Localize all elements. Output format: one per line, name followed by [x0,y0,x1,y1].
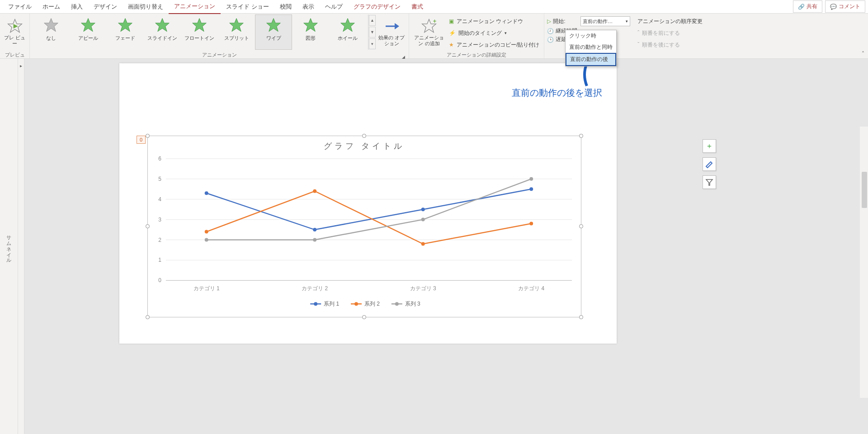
tab-file[interactable]: ファイル [3,0,37,14]
move-earlier-button[interactable]: ˆ順番を前にする [636,28,704,38]
svg-text:系列 1: 系列 1 [324,301,339,307]
clock-icon: 🕘 [547,28,554,34]
animation-painter-button[interactable]: ★アニメーションのコピー/貼り付け [447,40,541,50]
dropdown-item-after-previous[interactable]: 直前の動作の後 [566,53,616,66]
anim-item-1[interactable]: アピール [70,14,107,50]
svg-point-39 [205,230,208,234]
gallery-more-button[interactable]: ▾ [369,38,376,49]
thumbnail-expand-button[interactable]: ▸ [18,59,24,434]
preview-button[interactable]: プレ ビュー [3,14,27,51]
slide: 0 グラフ タイトル 0123456カテゴリ 1カテゴリ 2カテゴリ 3カテゴリ… [119,63,617,344]
anim-item-5[interactable]: スプリット [218,14,255,50]
gallery-up-button[interactable]: ▲ [369,15,376,26]
collapse-ribbon-button[interactable]: ˄ [862,51,864,57]
anim-item-3[interactable]: スライドイン [144,14,181,50]
star-icon [80,18,96,33]
comment-button[interactable]: 💬コメント [825,0,865,13]
anim-item-2[interactable]: フェード [107,14,144,50]
svg-text:カテゴリ 2: カテゴリ 2 [302,285,328,292]
trigger-button[interactable]: ⚡開始のタイミング▾ [447,28,541,38]
effect-options-button[interactable]: 効果の オプション [377,14,406,51]
ribbon-tabs: ファイル ホーム 挿入 デザイン 画面切り替え アニメーション スライド ショー… [0,0,868,14]
share-button[interactable]: 🔗共有 [793,0,822,13]
gallery-down-button[interactable]: ▼ [369,27,376,38]
tab-insert[interactable]: 挿入 [66,0,88,14]
reorder-label: アニメーションの順序変更 [636,16,704,26]
ribbon: プレ ビュー プレビュー なしアピールフェードスライドインフロートインスプリット… [0,14,868,59]
start-dropdown[interactable]: 直前の動作…▾ [580,16,630,26]
add-animation-button[interactable]: + アニメーション の追加 [412,14,446,51]
svg-marker-1 [13,24,18,28]
star-icon [266,18,281,33]
svg-point-48 [314,302,317,306]
play-icon: ▷ [547,18,551,24]
svg-marker-12 [395,23,399,29]
tab-transition[interactable]: 画面切り替え [123,0,169,14]
anim-item-label: スプリット [224,35,249,42]
chart-elements-button[interactable]: ＋ [703,139,716,153]
move-later-button[interactable]: ˇ順番を後にする [636,40,704,50]
star-icon [340,18,355,33]
star-icon [43,18,59,33]
svg-marker-7 [230,19,244,32]
anim-item-4[interactable]: フロートイン [181,14,218,50]
dropdown-item-with-previous[interactable]: 直前の動作と同時 [566,42,616,53]
chart-plot: 0123456カテゴリ 1カテゴリ 2カテゴリ 3カテゴリ 4系列 1系列 2系… [148,136,581,317]
thumbnail-rail: サムネイル [0,59,18,434]
svg-text:カテゴリ 1: カテゴリ 1 [193,285,220,292]
svg-point-40 [313,189,316,193]
workspace: サムネイル ▸ 0 グラフ タイトル 0123456カテゴリ 1カテゴリ 2カテ… [0,59,868,434]
svg-marker-8 [267,19,281,32]
scrollbar-thumb[interactable] [862,172,867,208]
tab-animation[interactable]: アニメーション [169,0,221,14]
animation-order-tag[interactable]: 0 [137,136,146,144]
svg-point-42 [529,222,533,226]
chevron-down-icon: ▾ [626,19,628,24]
tab-format[interactable]: 書式 [406,0,429,14]
anim-item-label: アピール [78,35,98,42]
trigger-icon: ⚡ [449,30,456,36]
svg-text:1: 1 [158,257,161,263]
dropdown-item-onclick[interactable]: クリック時 [566,30,616,42]
pane-icon: ▣ [449,18,454,24]
svg-point-44 [313,238,316,242]
tab-design[interactable]: デザイン [88,0,123,14]
anim-item-6[interactable]: ワイプ [255,14,292,50]
anim-item-7[interactable]: 図形 [292,14,329,50]
anim-item-label: フロートイン [184,35,214,42]
svg-marker-9 [304,19,318,32]
chart-filter-button[interactable] [703,175,716,189]
svg-text:カテゴリ 3: カテゴリ 3 [410,285,436,292]
svg-text:0: 0 [158,277,161,283]
svg-point-54 [395,302,399,306]
svg-text:系列 2: 系列 2 [364,301,380,307]
star-icon [229,18,244,33]
anim-item-label: 図形 [306,35,316,42]
svg-point-43 [205,238,208,242]
chart-object[interactable]: グラフ タイトル 0123456カテゴリ 1カテゴリ 2カテゴリ 3カテゴリ 4… [147,136,581,317]
star-icon [118,18,133,33]
start-dropdown-list: クリック時 直前の動作と同時 直前の動作の後 [565,30,617,66]
anim-item-8[interactable]: ホイール [329,14,366,50]
preview-star-icon [7,19,23,34]
tab-chart-design[interactable]: グラフのデザイン [348,0,406,14]
svg-marker-6 [193,19,207,32]
svg-text:5: 5 [158,176,161,182]
tab-home[interactable]: ホーム [37,0,66,14]
tab-view[interactable]: 表示 [297,0,320,14]
svg-marker-3 [81,19,95,32]
chart-styles-button[interactable] [703,157,716,171]
vertical-scrollbar[interactable] [860,127,868,398]
tab-slideshow[interactable]: スライド ショー [221,0,274,14]
anim-item-label: ワイプ [266,35,281,42]
star-icon [155,18,170,33]
anim-item-0[interactable]: なし [33,14,70,50]
slide-canvas[interactable]: 0 グラフ タイトル 0123456カテゴリ 1カテゴリ 2カテゴリ 3カテゴリ… [24,59,868,434]
svg-text:3: 3 [158,217,161,223]
animation-pane-button[interactable]: ▣アニメーション ウィンドウ [447,16,541,26]
tab-help[interactable]: ヘルプ [320,0,348,14]
anim-item-label: スライドイン [147,35,177,42]
svg-text:6: 6 [158,156,161,162]
tab-review[interactable]: 校閲 [274,0,297,14]
svg-marker-4 [118,19,132,32]
